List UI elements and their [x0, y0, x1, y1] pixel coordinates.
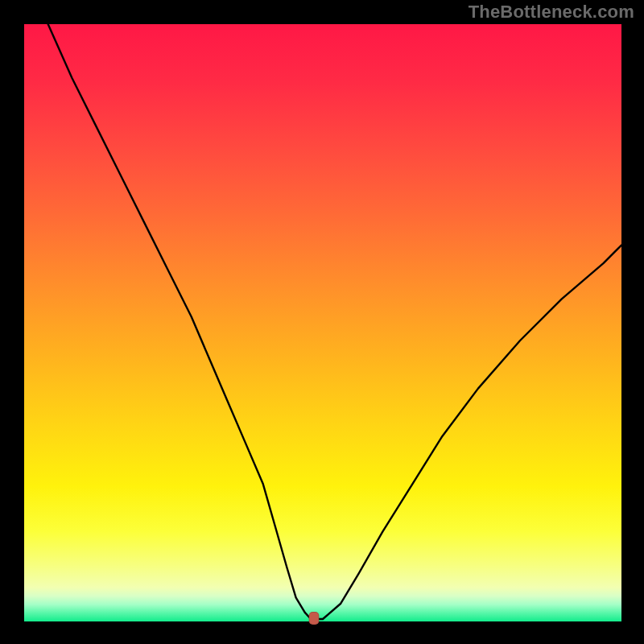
chart-frame: TheBottleneck.com	[0, 0, 644, 644]
gradient-lower	[24, 588, 621, 621]
optimum-marker	[308, 612, 319, 625]
watermark-text: TheBottleneck.com	[469, 2, 634, 23]
gradient-upper	[24, 24, 621, 588]
plot-area	[24, 24, 621, 621]
